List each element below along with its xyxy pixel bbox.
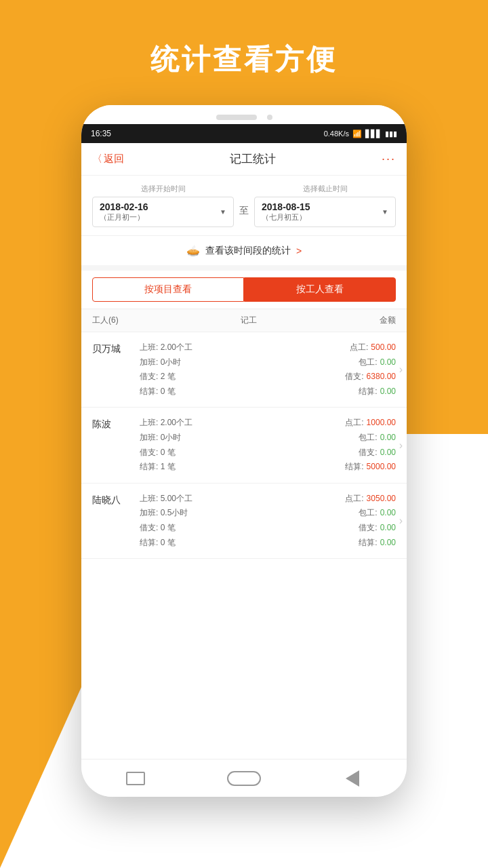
- phone-speaker: [216, 115, 257, 120]
- record-item: 结算: 0 笔: [140, 384, 321, 399]
- status-right: 0.48K/s 📶 ▋▋▋ ▮▮▮: [324, 130, 397, 138]
- worker-records-2: 上班: 2.00个工 加班: 0小时 借支: 0 笔 结算: 1 笔: [140, 416, 321, 474]
- end-date-text: 2018-08-15 （七月初五）: [262, 201, 310, 222]
- nav-forward-button[interactable]: [336, 768, 369, 789]
- nav-home-icon: [227, 771, 261, 786]
- signal-icon: ▋▋▋: [365, 130, 382, 138]
- col-header-worker: 工人(6): [92, 315, 119, 326]
- chevron-right-icon: ›: [399, 363, 403, 376]
- record-item: 借支: 0 笔: [140, 446, 321, 460]
- tab-worker[interactable]: 按工人查看: [244, 277, 396, 302]
- status-bar: 16:35 0.48K/s 📶 ▋▋▋ ▮▮▮: [81, 124, 407, 143]
- wifi-icon: 📶: [352, 130, 362, 138]
- end-date-main: 2018-08-15: [262, 201, 310, 212]
- nav-home-button[interactable]: [227, 768, 261, 789]
- stats-link[interactable]: 🥧 查看该时间段的统计 >: [81, 236, 407, 271]
- record-item: 上班: 5.00个工: [140, 492, 321, 507]
- start-date-col: 选择开始时间 2018-02-16 （正月初一） ▼: [92, 184, 234, 227]
- status-time: 16:35: [91, 129, 111, 138]
- end-date-arrow: ▼: [382, 208, 388, 216]
- pie-chart-icon: 🥧: [186, 244, 200, 257]
- tab-bar: 按项目查看 按工人查看: [81, 271, 407, 309]
- record-item: 上班: 2.00个工: [140, 416, 321, 431]
- end-date-sub: （七月初五）: [262, 212, 310, 222]
- record-item: 加班: 0小时: [140, 431, 321, 446]
- end-date-label: 选择截止时间: [254, 184, 396, 194]
- start-date-label: 选择开始时间: [92, 184, 234, 194]
- phone-top-bar: [81, 105, 407, 124]
- worker-name-1: 贝万城: [92, 340, 140, 355]
- nav-back-button[interactable]: [119, 768, 152, 789]
- battery-icon: ▮▮▮: [385, 130, 397, 138]
- app-header: 〈 返回 记工统计 ···: [81, 143, 407, 176]
- start-date-main: 2018-02-16: [100, 201, 148, 212]
- nav-triangle-icon: [346, 770, 359, 787]
- chevron-right-icon: ›: [399, 515, 403, 527]
- worker-amounts-1: 点工:500.00 包工:0.00 借支:6380.00 结算:0.00: [321, 340, 396, 399]
- table-row[interactable]: 贝万城 上班: 2.00个工 加班: 0小时 借支: 2 笔 结算: 0 笔 点…: [81, 332, 407, 408]
- col-header-record: 记工: [241, 315, 257, 326]
- tab-project[interactable]: 按项目查看: [92, 277, 244, 302]
- record-item: 借支: 2 笔: [140, 370, 321, 384]
- start-date-box[interactable]: 2018-02-16 （正月初一） ▼: [92, 197, 234, 227]
- date-row: 选择开始时间 2018-02-16 （正月初一） ▼ 至 选择截止时间 20: [92, 184, 396, 227]
- worker-amounts-2: 点工:1000.00 包工:0.00 借支:0.00 结算:5000.00: [321, 416, 396, 474]
- start-date-text: 2018-02-16 （正月初一）: [100, 201, 148, 222]
- network-speed: 0.48K/s: [324, 130, 349, 138]
- phone-camera: [267, 115, 272, 120]
- worker-amounts-3: 点工:3050.00 包工:0.00 借支:0.00 结算:0.00: [321, 492, 396, 550]
- start-date-sub: （正月初一）: [100, 212, 148, 222]
- end-date-box[interactable]: 2018-08-15 （七月初五） ▼: [254, 197, 396, 227]
- chevron-left-icon: 〈: [92, 153, 102, 165]
- phone-mockup: 16:35 0.48K/s 📶 ▋▋▋ ▮▮▮ 〈 返回 记工统计 ··· 选择…: [81, 105, 407, 797]
- record-item: 结算: 0 笔: [140, 536, 321, 551]
- stats-link-text: 查看该时间段的统计: [205, 245, 291, 257]
- worker-records-3: 上班: 5.00个工 加班: 0.5小时 借支: 0 笔 结算: 0 笔: [140, 492, 321, 550]
- back-label: 返回: [104, 153, 124, 165]
- content-area: 选择开始时间 2018-02-16 （正月初一） ▼ 至 选择截止时间 20: [81, 176, 407, 791]
- table-row[interactable]: 陈波 上班: 2.00个工 加班: 0小时 借支: 0 笔 结算: 1 笔 点工…: [81, 408, 407, 483]
- tab-worker-label: 按工人查看: [296, 283, 344, 296]
- col-header-amount: 金额: [380, 315, 396, 326]
- date-selector: 选择开始时间 2018-02-16 （正月初一） ▼ 至 选择截止时间 20: [81, 176, 407, 236]
- nav-square-icon: [126, 772, 145, 785]
- table-row[interactable]: 陆晓八 上班: 5.00个工 加班: 0.5小时 借支: 0 笔 结算: 0 笔…: [81, 484, 407, 559]
- stats-arrow-icon: >: [296, 245, 302, 256]
- record-item: 结算: 1 笔: [140, 460, 321, 475]
- start-date-arrow: ▼: [220, 208, 226, 216]
- record-item: 加班: 0.5小时: [140, 506, 321, 521]
- tab-project-label: 按项目查看: [144, 283, 192, 296]
- record-item: 借支: 0 笔: [140, 521, 321, 536]
- worker-name-2: 陈波: [92, 416, 140, 431]
- worker-records-1: 上班: 2.00个工 加班: 0小时 借支: 2 笔 结算: 0 笔: [140, 340, 321, 399]
- end-date-col: 选择截止时间 2018-08-15 （七月初五） ▼: [254, 184, 396, 227]
- record-item: 加班: 0小时: [140, 355, 321, 370]
- back-button[interactable]: 〈 返回: [92, 153, 124, 165]
- record-item: 上班: 2.00个工: [140, 340, 321, 355]
- worker-list: 贝万城 上班: 2.00个工 加班: 0小时 借支: 2 笔 结算: 0 笔 点…: [81, 332, 407, 559]
- worker-name-3: 陆晓八: [92, 492, 140, 507]
- date-separator: 至: [239, 205, 249, 217]
- header-title: 记工统计: [230, 151, 276, 167]
- page-title: 统计查看方便: [0, 41, 488, 79]
- chevron-right-icon: ›: [399, 439, 403, 452]
- table-header: 工人(6) 记工 金额: [81, 309, 407, 332]
- bottom-nav: [81, 759, 407, 797]
- more-button[interactable]: ···: [382, 152, 396, 166]
